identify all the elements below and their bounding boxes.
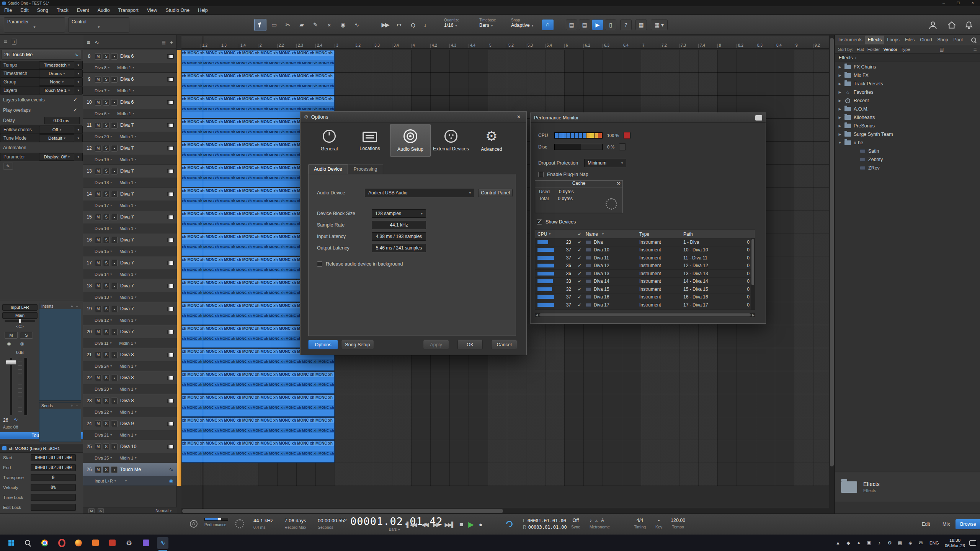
track-row[interactable]: 26 M S ● Touch Me ∿ Input L+R▾ ▾ ◉ xyxy=(83,463,177,486)
tray-icon[interactable]: ◆ xyxy=(845,540,851,546)
inspector-row[interactable]: Delay 0.00 ms xyxy=(0,115,83,126)
device-row[interactable]: 23 ✓ Diva Instrument 1 - Diva 0 xyxy=(535,238,755,246)
track-mute-button[interactable]: M xyxy=(95,260,101,266)
inspector-row[interactable]: Layers follow events xyxy=(0,95,83,105)
track-arm-button[interactable]: ● xyxy=(111,122,118,129)
instrument-editor-icon[interactable] xyxy=(167,445,174,449)
note-fx-button[interactable]: ♩ xyxy=(420,19,433,31)
device-row[interactable]: 36 ✓ Diva 12 Instrument 12 - Diva 12 0 xyxy=(535,262,755,270)
edit-pencil-icon[interactable]: ✎ xyxy=(3,163,13,170)
windows-start-button[interactable] xyxy=(5,537,17,549)
expand-arrow-icon[interactable]: ▶ xyxy=(838,90,842,94)
timebase-selector[interactable]: Timebase Bars xyxy=(479,18,496,32)
menu-item[interactable]: View xyxy=(143,8,162,13)
stop-button[interactable]: ■ xyxy=(459,521,463,528)
expand-arrow-icon[interactable]: ▶ xyxy=(838,124,842,128)
track-row[interactable]: 21 M S ● Diva 8 ∿ Diva 24▾ MidIn 1▾ ◉ xyxy=(83,348,177,371)
grid-options-button[interactable]: ▦ ▾ xyxy=(651,20,668,30)
bend-tool[interactable]: ∿ xyxy=(351,19,363,31)
track-solo-button[interactable]: S xyxy=(103,466,109,473)
devices-table-header[interactable]: CPU ✓ Name Type Path xyxy=(535,230,755,238)
track-mute-button[interactable]: M xyxy=(95,375,101,381)
device-row[interactable]: 36 ✓ Diva 13 Instrument 13 - Diva 13 0 xyxy=(535,270,755,278)
opera-icon[interactable] xyxy=(56,537,67,549)
track-lane[interactable]: xh MONC xh MONC xh MONC xh MONC xh MONC … xyxy=(181,417,829,440)
device-row[interactable]: 37 ✓ Diva 16 Instrument 16 - Diva 16 0 xyxy=(535,293,755,302)
input-routing-button[interactable]: Input L+R xyxy=(2,304,38,311)
midi-clip[interactable]: xh MONC xh MONC xh MONC xh MONC xh MONC … xyxy=(181,372,335,394)
search-icon[interactable] xyxy=(22,537,34,549)
close-button[interactable]: × xyxy=(965,0,980,6)
tray-icon[interactable]: ⚙ xyxy=(887,540,893,546)
menu-item[interactable]: Edit xyxy=(16,8,33,13)
timeline-ruler[interactable]: 1.21.31.422.22.32.433.23.33.444.24.34.45… xyxy=(181,36,829,49)
snap-magnet-toggle[interactable]: ∩ xyxy=(542,20,554,30)
mute-tool[interactable]: × xyxy=(323,19,335,31)
track-arm-button[interactable]: ● xyxy=(111,53,118,60)
add-send-button[interactable]: + − xyxy=(71,403,79,408)
inspector-row[interactable]: Group None xyxy=(0,78,83,86)
track-solo-button[interactable]: S xyxy=(103,375,109,381)
track-solo-button[interactable]: S xyxy=(103,283,109,289)
audio-device-dropdown[interactable]: Audient USB Audio xyxy=(365,189,474,197)
help-button[interactable]: ? xyxy=(620,20,632,30)
sort-vendor-option[interactable]: Vendor xyxy=(883,47,897,52)
performance-monitor-titlebar[interactable]: Performance Monitor xyxy=(531,113,766,123)
tree-item[interactable]: Satin xyxy=(835,147,980,155)
automation-icon[interactable]: ∿ xyxy=(95,39,99,46)
track-mute-button[interactable]: M xyxy=(95,53,101,60)
listen-tool[interactable]: ◉ xyxy=(337,19,349,31)
metronome-accent-icon[interactable]: A xyxy=(601,518,604,523)
track-arm-button[interactable]: ● xyxy=(111,443,118,450)
eraser-tool[interactable]: ▰ xyxy=(296,19,308,31)
instrument-editor-icon[interactable] xyxy=(167,422,174,426)
expand-arrow-icon[interactable]: ▶ xyxy=(838,73,842,77)
track-arm-button[interactable]: ● xyxy=(111,99,118,106)
track-arm-button[interactable]: ● xyxy=(111,76,118,83)
monitor-b-button[interactable]: ▤ xyxy=(579,20,590,30)
goto-end-button[interactable]: ▶▶▌ xyxy=(445,522,454,528)
instrument-editor-icon[interactable] xyxy=(167,192,174,196)
key-display[interactable]: - Key xyxy=(655,518,662,529)
track-solo-button[interactable]: S xyxy=(103,76,109,83)
tray-icon[interactable]: ✉ xyxy=(918,540,924,546)
control-dropdown[interactable]: Control▾ xyxy=(68,17,129,33)
device-enabled-check[interactable]: ✓ xyxy=(573,255,586,261)
menu-item[interactable]: Audio xyxy=(93,8,114,13)
loop-range-display[interactable]: L00001.01.01.00 R00003.01.01.00 xyxy=(523,518,567,531)
processing-subtab[interactable]: Processing xyxy=(348,164,383,174)
track-row[interactable]: 14 M S ● Diva 7 ∿ Diva 17▾ MidIn 1▾ ◉ xyxy=(83,187,177,210)
track-arm-button[interactable]: ● xyxy=(111,398,118,404)
track-solo-button[interactable]: S xyxy=(103,306,109,312)
snap-selector[interactable]: Snap Adaptive xyxy=(511,18,533,32)
add-insert-button[interactable]: + − xyxy=(71,304,79,308)
options-tab[interactable]: General xyxy=(309,124,350,157)
browser-tab[interactable]: Pool xyxy=(951,36,965,44)
instrument-editor-icon[interactable] xyxy=(167,77,174,82)
firefox-icon[interactable] xyxy=(73,537,84,549)
options-tab[interactable]: Audio Setup xyxy=(390,124,431,157)
scroll-left-arrow[interactable]: ◀ xyxy=(536,313,538,317)
instrument-editor-icon[interactable] xyxy=(167,123,174,127)
track-solo-button[interactable]: S xyxy=(103,214,109,220)
app-purple-icon[interactable] xyxy=(140,537,152,549)
track-list-menu-icon[interactable]: ≡ xyxy=(87,39,90,46)
instrument-editor-icon[interactable] xyxy=(167,169,174,173)
track-mute-button[interactable]: M xyxy=(95,466,101,473)
instrument-editor-icon[interactable] xyxy=(167,215,174,219)
expand-arrow-icon[interactable]: ▶ xyxy=(838,99,842,103)
track-options-icon[interactable]: ≣ xyxy=(162,39,166,46)
parameter-dropdown[interactable]: Parameter▾ xyxy=(4,17,65,33)
expand-arrow-icon[interactable]: ▼ xyxy=(838,141,842,145)
instrument-editor-icon[interactable] xyxy=(167,353,174,357)
midi-clip[interactable]: xh MONC xh MONC xh MONC xh MONC xh MONC … xyxy=(181,440,335,463)
midi-clip[interactable]: xh MONC xh MONC xh MONC xh MONC xh MONC … xyxy=(181,50,335,72)
track-row[interactable]: 16 M S ● Diva 7 ∿ Diva 15▾ MidIn 1▾ ◉ xyxy=(83,233,177,256)
track-mute-button[interactable]: M xyxy=(95,329,101,335)
menu-item[interactable]: Transport xyxy=(114,8,143,13)
arrow-tool[interactable] xyxy=(254,19,266,31)
output-routing-button[interactable]: Main xyxy=(2,312,38,319)
loop-toggle-icon[interactable] xyxy=(505,519,514,528)
device-row[interactable]: 33 ✓ Diva 14 Instrument 14 - Diva 14 0 xyxy=(535,278,755,286)
metronome-triangle-icon[interactable]: ▵ xyxy=(595,518,598,523)
